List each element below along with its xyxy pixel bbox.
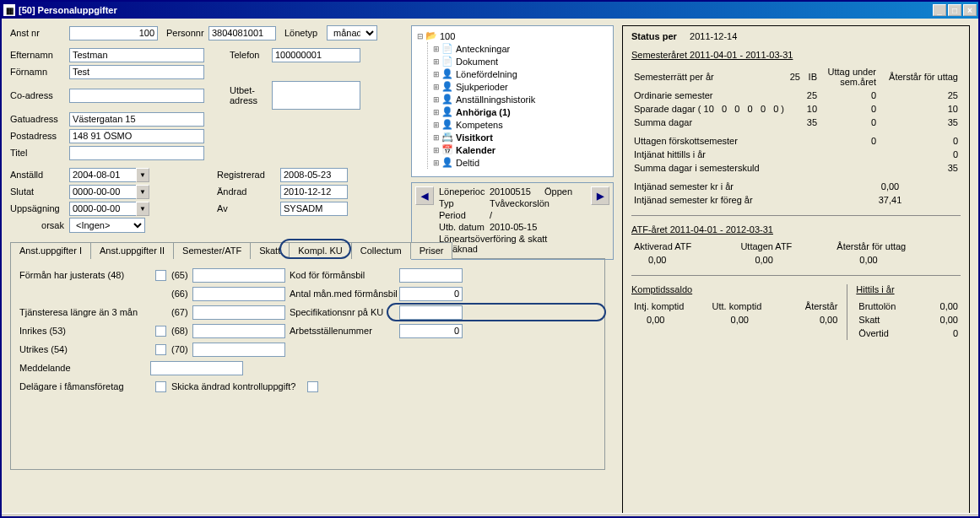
- tree-item[interactable]: ⊞📄Anteckningar: [431, 42, 609, 55]
- tree-expand-icon[interactable]: ⊞: [431, 70, 441, 78]
- semesterskuld-label: Summa dagar i semesterskuld: [631, 161, 803, 175]
- arbetsstalle-field[interactable]: [399, 324, 463, 338]
- tree-expand-icon[interactable]: ⊞: [431, 108, 441, 116]
- tree-expand-icon[interactable]: ⊞: [431, 57, 441, 66]
- komp-utt-value: 0,00: [710, 313, 788, 326]
- specnr-field[interactable]: [399, 305, 463, 320]
- tree-node-icon: 📄: [441, 56, 454, 67]
- semesterratt-value: 25: [777, 65, 803, 89]
- tree-root[interactable]: ⊟ 📂 100: [415, 30, 609, 42]
- anstalld-field[interactable]: [69, 168, 137, 182]
- col-ib: IB: [803, 65, 820, 89]
- personnr-field[interactable]: [208, 26, 276, 40]
- efternamn-field[interactable]: [69, 48, 204, 62]
- inrikes-checkbox[interactable]: [155, 326, 166, 337]
- minimize-button[interactable]: _: [933, 4, 946, 16]
- tree-expand-icon[interactable]: ⊞: [431, 45, 441, 53]
- tree-expand-icon[interactable]: ⊞: [431, 133, 441, 142]
- skicka-checkbox[interactable]: [307, 381, 318, 392]
- andrad-field[interactable]: [280, 185, 348, 199]
- lonetyp-select[interactable]: månad: [327, 25, 377, 40]
- tab-anst-2[interactable]: Anst.uppgifter II: [90, 242, 174, 259]
- kod-formansbil-field[interactable]: [399, 268, 463, 283]
- anst-nr-field[interactable]: [69, 26, 158, 40]
- antal-man-field[interactable]: [399, 287, 463, 301]
- efternamn-label: Efternamn: [10, 50, 69, 60]
- titel-field[interactable]: [69, 146, 204, 160]
- ku-65-field[interactable]: [192, 268, 285, 283]
- ku-68-label: (68): [171, 326, 192, 336]
- tree-node-icon: 👤: [441, 119, 454, 130]
- atf-aktiverad-label: Aktiverad ATF: [631, 240, 738, 253]
- specnr-label: Specifikationsnr på KU: [290, 307, 399, 317]
- coadress-field[interactable]: [69, 89, 204, 103]
- folder-open-icon: 📂: [425, 30, 438, 41]
- tree-node-icon: 📄: [441, 43, 454, 54]
- tree-view[interactable]: ⊟ 📂 100 ⊞📄Anteckningar⊞📄Dokument⊞👤Lönefö…: [411, 25, 614, 177]
- tree-collapse-icon[interactable]: ⊟: [415, 32, 425, 40]
- ku-66-field[interactable]: [192, 287, 285, 301]
- tree-item[interactable]: ⊞👤Sjukperioder: [431, 80, 609, 93]
- tree-expand-icon[interactable]: ⊞: [431, 83, 441, 91]
- tab-content-kompl-ku: Förmån har justerats (48) (65) Kod för f…: [10, 259, 605, 470]
- tab-semester-atf[interactable]: Semester/ATF: [173, 242, 251, 259]
- tree-expand-icon[interactable]: ⊞: [431, 159, 441, 167]
- content: Anst nr Personnr Lönetyp månad Efternamn…: [2, 19, 978, 513]
- tab-priser[interactable]: Priser: [410, 242, 453, 259]
- close-button[interactable]: ×: [963, 4, 977, 16]
- ku-67-field[interactable]: [192, 305, 285, 320]
- tree-item[interactable]: ⊞👤Deltid: [431, 156, 609, 169]
- ku-68-field[interactable]: [192, 324, 285, 338]
- window: ▦ [50] Personaluppgifter _ □ × Anst nr P…: [0, 0, 980, 518]
- av-field[interactable]: [280, 202, 348, 216]
- postadress-field[interactable]: [69, 129, 204, 143]
- telefon-field[interactable]: [272, 48, 360, 62]
- tree-item[interactable]: ⊞📅Kalender: [431, 143, 609, 156]
- loneperiod-value: 20100515: [490, 186, 544, 197]
- utbet-label: Utbet- adress: [230, 85, 272, 105]
- orsak-select[interactable]: <Ingen>: [69, 218, 145, 233]
- tree-item[interactable]: ⊞📇Visitkort: [431, 131, 609, 143]
- tab-kompl-ku[interactable]: Kompl. KU: [289, 242, 352, 259]
- utbet-field[interactable]: [272, 81, 360, 110]
- tree-expand-icon[interactable]: ⊞: [431, 121, 441, 129]
- fornamn-field[interactable]: [69, 65, 204, 79]
- tree-item[interactable]: ⊞👤Anhöriga (1): [431, 105, 609, 118]
- tree-expand-icon[interactable]: ⊞: [431, 146, 441, 154]
- tree-node-icon: 📅: [441, 144, 454, 155]
- av-label: Av: [217, 203, 280, 213]
- anstalld-dropdown[interactable]: ▼: [136, 168, 149, 182]
- uppsagning-dropdown[interactable]: ▼: [136, 202, 149, 216]
- gatuadress-field[interactable]: [69, 112, 204, 127]
- tree-item[interactable]: ⊞👤Kompetens: [431, 118, 609, 131]
- registrerad-field[interactable]: [280, 168, 348, 182]
- semesterratt-label: Semesterrätt per år: [631, 65, 777, 89]
- tree-item[interactable]: ⊞👤Lönefördelning: [431, 67, 609, 80]
- semesterskuld-value: 35: [879, 161, 961, 175]
- uppsagning-field[interactable]: [69, 202, 137, 216]
- typ-label: Typ: [439, 198, 490, 208]
- next-period-button[interactable]: ▶: [591, 186, 609, 205]
- tab-collectum[interactable]: Collectum: [351, 242, 411, 259]
- slutat-field[interactable]: [69, 185, 137, 199]
- meddelande-field[interactable]: [150, 361, 243, 375]
- tree-node-label: Dokument: [456, 57, 498, 67]
- utrikes-checkbox[interactable]: [155, 344, 166, 355]
- tree-item[interactable]: ⊞👤Anställningshistorik: [431, 93, 609, 105]
- ku-70-field[interactable]: [192, 343, 285, 357]
- tree-expand-icon[interactable]: ⊞: [431, 95, 441, 104]
- prev-period-button[interactable]: ◀: [415, 186, 434, 205]
- tab-skatt[interactable]: Skatt: [250, 242, 290, 259]
- maximize-button[interactable]: □: [948, 4, 961, 16]
- tab-anst-1[interactable]: Anst.uppgifter I: [10, 242, 91, 259]
- delagare-checkbox[interactable]: [155, 381, 166, 392]
- utb-label: Utb. datum: [439, 222, 490, 232]
- hittills-title: Hittils i år: [856, 284, 961, 294]
- ku-70-label: (70): [171, 344, 192, 354]
- uttagen-forskott-aterstar: 0: [879, 134, 961, 148]
- slutat-dropdown[interactable]: ▼: [136, 185, 149, 199]
- utb-value: 2010-05-15: [490, 222, 537, 232]
- forman-checkbox[interactable]: [155, 270, 166, 281]
- tree-node-label: Deltid: [456, 158, 479, 168]
- tree-item[interactable]: ⊞📄Dokument: [431, 55, 609, 67]
